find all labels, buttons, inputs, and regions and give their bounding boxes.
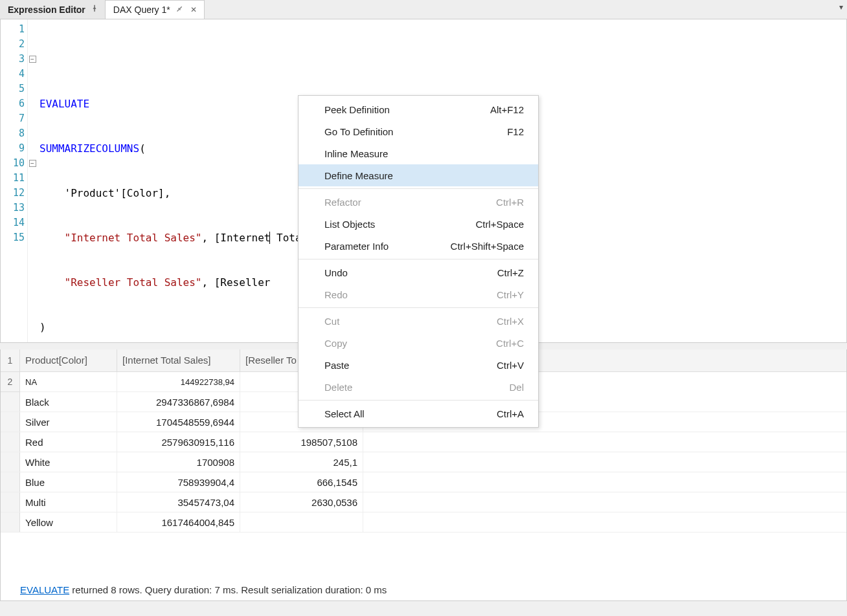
- cell: 1617464004,845: [117, 512, 240, 532]
- tab-bar: Expression Editor DAX Query 1* ✕ ▾: [0, 0, 847, 19]
- menu-item-label: Parameter Info: [324, 241, 389, 252]
- cell: Silver: [20, 412, 117, 432]
- menu-item-shortcut: Del: [509, 382, 524, 393]
- menu-item-list-objects[interactable]: List ObjectsCtrl+Space: [299, 213, 538, 235]
- cell: 1704548559,6944: [117, 412, 240, 432]
- cell: 35457473,04: [117, 492, 240, 512]
- cell: 245,1: [240, 452, 363, 472]
- menu-item-go-to-definition[interactable]: Go To DefinitionF12: [299, 120, 538, 142]
- cell: White: [20, 452, 117, 472]
- menu-item-paste[interactable]: PasteCtrl+V: [299, 354, 538, 376]
- row-gutter: [1, 392, 20, 412]
- menu-item-cut: CutCtrl+X: [299, 310, 538, 332]
- menu-item-label: Go To Definition: [324, 126, 393, 137]
- menu-item-shortcut: Ctrl+Z: [497, 267, 524, 278]
- menu-item-delete: DeleteDel: [299, 376, 538, 398]
- menu-item-label: Undo: [324, 267, 348, 278]
- menu-item-shortcut: Ctrl+Y: [497, 289, 524, 300]
- menu-item-shortcut: Ctrl+X: [497, 316, 524, 327]
- cell: 2630,0536: [240, 492, 363, 512]
- context-menu: Peek DefinitionAlt+F12Go To DefinitionF1…: [298, 95, 539, 428]
- menu-item-label: Define Measure: [324, 170, 393, 181]
- row-gutter: [1, 492, 20, 512]
- menu-item-label: Redo: [324, 289, 348, 300]
- menu-item-shortcut: F12: [507, 126, 524, 137]
- menu-item-label: List Objects: [324, 219, 375, 230]
- menu-item-label: Peek Definition: [324, 104, 390, 115]
- menu-item-label: Refactor: [324, 197, 361, 208]
- pin-icon[interactable]: [89, 5, 100, 14]
- menu-item-shortcut: Alt+F12: [490, 104, 524, 115]
- fold-gutter: − −: [28, 19, 37, 342]
- column-header[interactable]: Product[Color]: [20, 349, 117, 371]
- menu-item-shortcut: Ctrl+C: [496, 338, 524, 349]
- menu-separator: [299, 188, 538, 189]
- menu-item-define-measure[interactable]: Define Measure: [299, 164, 538, 186]
- tab-expression-editor[interactable]: Expression Editor: [0, 0, 106, 19]
- menu-item-redo: RedoCtrl+Y: [299, 283, 538, 305]
- table-row[interactable]: White1700908245,1: [1, 452, 846, 472]
- cell: Yellow: [20, 512, 117, 532]
- menu-item-label: Delete: [324, 382, 352, 393]
- column-header[interactable]: [Internet Total Sales]: [117, 349, 240, 371]
- line-number-gutter: 1 2 3 4 5 6 7 8 9 10 11 12 13 14 15: [1, 19, 28, 342]
- row-gutter: [1, 472, 20, 492]
- cell: 2947336867,6984: [117, 392, 240, 412]
- result-tab-1[interactable]: 1: [1, 349, 20, 371]
- status-bar: EVALUATE returned 8 rows. Query duration…: [20, 584, 387, 595]
- table-row[interactable]: Blue758939904,4666,1545: [1, 472, 846, 492]
- row-gutter: [1, 512, 20, 532]
- menu-item-copy: CopyCtrl+C: [299, 332, 538, 354]
- row-gutter: [1, 452, 20, 472]
- menu-separator: [299, 400, 538, 401]
- tab-dax-query[interactable]: DAX Query 1* ✕: [106, 0, 205, 19]
- table-row[interactable]: Multi35457473,042630,0536: [1, 492, 846, 512]
- cell: Black: [20, 392, 117, 412]
- status-link[interactable]: EVALUATE: [20, 584, 69, 595]
- menu-item-parameter-info[interactable]: Parameter InfoCtrl+Shift+Space: [299, 235, 538, 257]
- cell: Red: [20, 432, 117, 452]
- cell: 144922738,94: [117, 372, 240, 392]
- tab-label: Expression Editor: [8, 5, 85, 15]
- cell: 2579630915,116: [117, 432, 240, 452]
- menu-separator: [299, 307, 538, 308]
- table-row[interactable]: Yellow1617464004,845: [1, 512, 846, 533]
- menu-item-shortcut: Ctrl+V: [497, 360, 524, 371]
- menu-separator: [299, 259, 538, 259]
- menu-item-shortcut: Ctrl+R: [496, 197, 524, 208]
- menu-item-label: Paste: [324, 360, 349, 371]
- row-gutter: [1, 432, 20, 452]
- menu-item-label: Copy: [324, 338, 347, 349]
- table-row[interactable]: Red2579630915,116198507,5108: [1, 432, 846, 452]
- cell: 198507,5108: [240, 432, 363, 452]
- menu-item-undo[interactable]: UndoCtrl+Z: [299, 261, 538, 283]
- result-tab-2[interactable]: 2: [1, 372, 20, 392]
- cell: 758939904,4: [117, 472, 240, 492]
- fold-toggle-icon[interactable]: −: [29, 56, 36, 63]
- row-gutter: [1, 412, 20, 432]
- cell: 1700908: [117, 452, 240, 472]
- menu-item-inline-measure[interactable]: Inline Measure: [299, 142, 538, 164]
- close-icon[interactable]: ✕: [188, 5, 199, 14]
- code-line: [37, 52, 846, 67]
- cell: NA: [20, 372, 117, 392]
- status-text: returned 8 rows. Query duration: 7 ms. R…: [69, 584, 387, 595]
- pin-icon[interactable]: [174, 5, 185, 15]
- menu-item-refactor: RefactorCtrl+R: [299, 191, 538, 213]
- menu-item-select-all[interactable]: Select AllCtrl+A: [299, 402, 538, 424]
- cell: 666,1545: [240, 472, 363, 492]
- tab-label: DAX Query 1*: [113, 5, 170, 15]
- menu-item-shortcut: Ctrl+A: [497, 408, 524, 419]
- menu-item-shortcut: Ctrl+Space: [475, 219, 524, 230]
- fold-toggle-icon[interactable]: −: [29, 160, 36, 167]
- tabbar-dropdown-icon[interactable]: ▾: [839, 3, 843, 12]
- menu-item-label: Inline Measure: [324, 148, 388, 159]
- menu-item-label: Cut: [324, 316, 339, 327]
- menu-item-label: Select All: [324, 408, 365, 419]
- menu-item-shortcut: Ctrl+Shift+Space: [451, 241, 524, 252]
- cell: Multi: [20, 492, 117, 512]
- cell: [240, 512, 363, 532]
- cell: Blue: [20, 472, 117, 492]
- menu-item-peek-definition[interactable]: Peek DefinitionAlt+F12: [299, 98, 538, 120]
